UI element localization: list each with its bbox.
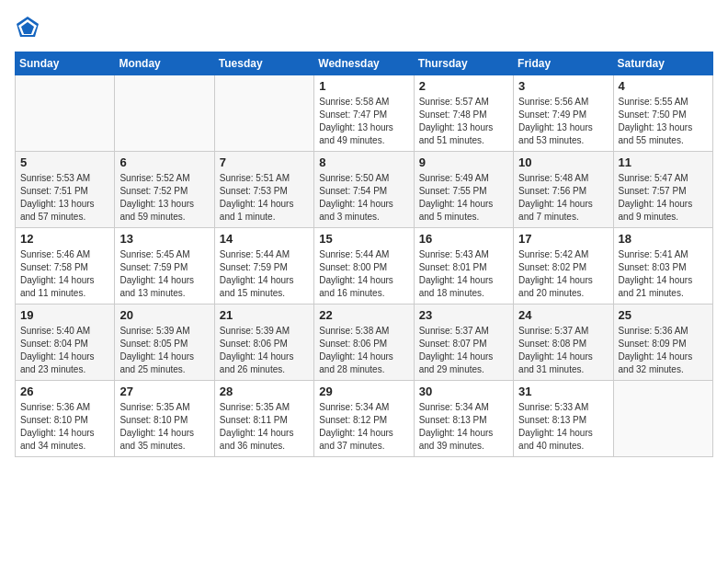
calendar-cell: 28Sunrise: 5:35 AM Sunset: 8:11 PM Dayli… xyxy=(214,381,313,457)
calendar-cell: 29Sunrise: 5:34 AM Sunset: 8:12 PM Dayli… xyxy=(314,381,414,457)
day-number: 30 xyxy=(419,385,508,398)
calendar-week-row: 1Sunrise: 5:58 AM Sunset: 7:47 PM Daylig… xyxy=(16,75,713,152)
day-number: 25 xyxy=(619,308,708,322)
day-number: 7 xyxy=(220,155,309,169)
weekday-header-thursday: Thursday xyxy=(414,52,513,75)
logo-icon xyxy=(15,15,40,40)
calendar-cell: 30Sunrise: 5:34 AM Sunset: 8:13 PM Dayli… xyxy=(414,381,513,457)
day-info: Sunrise: 5:37 AM Sunset: 8:08 PM Dayligh… xyxy=(518,325,608,376)
calendar-cell: 1Sunrise: 5:58 AM Sunset: 7:47 PM Daylig… xyxy=(314,75,414,152)
day-info: Sunrise: 5:46 AM Sunset: 7:58 PM Dayligh… xyxy=(20,248,109,300)
day-info: Sunrise: 5:57 AM Sunset: 7:48 PM Dayligh… xyxy=(419,96,508,147)
day-number: 13 xyxy=(119,232,209,246)
calendar-table: SundayMondayTuesdayWednesdayThursdayFrid… xyxy=(15,52,713,457)
calendar-week-row: 12Sunrise: 5:46 AM Sunset: 7:58 PM Dayli… xyxy=(16,228,713,304)
calendar-cell: 5Sunrise: 5:53 AM Sunset: 7:51 PM Daylig… xyxy=(16,152,115,228)
day-info: Sunrise: 5:41 AM Sunset: 8:03 PM Dayligh… xyxy=(619,248,708,300)
day-number: 8 xyxy=(319,155,408,169)
day-number: 12 xyxy=(20,232,109,246)
logo xyxy=(15,15,42,40)
day-info: Sunrise: 5:58 AM Sunset: 7:47 PM Dayligh… xyxy=(319,96,408,147)
day-number: 4 xyxy=(619,79,708,93)
calendar-cell: 21Sunrise: 5:39 AM Sunset: 8:06 PM Dayli… xyxy=(214,304,313,381)
day-info: Sunrise: 5:44 AM Sunset: 7:59 PM Dayligh… xyxy=(220,248,309,300)
calendar-cell: 27Sunrise: 5:35 AM Sunset: 8:10 PM Dayli… xyxy=(115,381,214,457)
calendar-cell: 4Sunrise: 5:55 AM Sunset: 7:50 PM Daylig… xyxy=(613,75,712,152)
calendar-cell: 10Sunrise: 5:48 AM Sunset: 7:56 PM Dayli… xyxy=(514,152,613,228)
calendar-cell: 6Sunrise: 5:52 AM Sunset: 7:52 PM Daylig… xyxy=(115,152,214,228)
day-info: Sunrise: 5:34 AM Sunset: 8:12 PM Dayligh… xyxy=(319,401,408,453)
calendar-cell xyxy=(613,381,712,457)
calendar-cell: 12Sunrise: 5:46 AM Sunset: 7:58 PM Dayli… xyxy=(16,228,115,304)
day-info: Sunrise: 5:36 AM Sunset: 8:09 PM Dayligh… xyxy=(619,325,708,376)
day-info: Sunrise: 5:38 AM Sunset: 8:06 PM Dayligh… xyxy=(319,325,408,376)
calendar-cell: 13Sunrise: 5:45 AM Sunset: 7:59 PM Dayli… xyxy=(115,228,214,304)
day-info: Sunrise: 5:49 AM Sunset: 7:55 PM Dayligh… xyxy=(419,172,508,224)
day-number: 15 xyxy=(319,232,408,246)
day-info: Sunrise: 5:37 AM Sunset: 8:07 PM Dayligh… xyxy=(419,325,508,376)
calendar-cell xyxy=(115,75,214,152)
day-info: Sunrise: 5:35 AM Sunset: 8:11 PM Dayligh… xyxy=(220,401,309,453)
day-info: Sunrise: 5:47 AM Sunset: 7:57 PM Dayligh… xyxy=(619,172,708,224)
day-number: 10 xyxy=(518,155,608,169)
day-number: 9 xyxy=(419,155,508,169)
calendar-cell: 22Sunrise: 5:38 AM Sunset: 8:06 PM Dayli… xyxy=(314,304,414,381)
calendar-cell: 2Sunrise: 5:57 AM Sunset: 7:48 PM Daylig… xyxy=(414,75,513,152)
day-number: 14 xyxy=(220,232,309,246)
day-number: 17 xyxy=(518,232,608,246)
calendar-week-row: 26Sunrise: 5:36 AM Sunset: 8:10 PM Dayli… xyxy=(16,381,713,457)
day-number: 23 xyxy=(419,308,508,322)
weekday-header-monday: Monday xyxy=(115,52,214,75)
day-info: Sunrise: 5:34 AM Sunset: 8:13 PM Dayligh… xyxy=(419,401,508,453)
day-number: 29 xyxy=(319,385,408,398)
calendar-cell: 16Sunrise: 5:43 AM Sunset: 8:01 PM Dayli… xyxy=(414,228,513,304)
day-info: Sunrise: 5:39 AM Sunset: 8:06 PM Dayligh… xyxy=(220,325,309,376)
calendar-cell: 15Sunrise: 5:44 AM Sunset: 8:00 PM Dayli… xyxy=(314,228,414,304)
calendar-cell: 9Sunrise: 5:49 AM Sunset: 7:55 PM Daylig… xyxy=(414,152,513,228)
day-number: 21 xyxy=(220,308,309,322)
day-info: Sunrise: 5:55 AM Sunset: 7:50 PM Dayligh… xyxy=(619,96,708,147)
day-number: 11 xyxy=(619,155,708,169)
day-info: Sunrise: 5:35 AM Sunset: 8:10 PM Dayligh… xyxy=(119,401,209,453)
day-info: Sunrise: 5:36 AM Sunset: 8:10 PM Dayligh… xyxy=(20,401,109,453)
day-number: 28 xyxy=(220,385,309,398)
calendar-cell xyxy=(16,75,115,152)
calendar-cell: 31Sunrise: 5:33 AM Sunset: 8:13 PM Dayli… xyxy=(514,381,613,457)
day-info: Sunrise: 5:44 AM Sunset: 8:00 PM Dayligh… xyxy=(319,248,408,300)
calendar-cell: 26Sunrise: 5:36 AM Sunset: 8:10 PM Dayli… xyxy=(16,381,115,457)
calendar-cell: 14Sunrise: 5:44 AM Sunset: 7:59 PM Dayli… xyxy=(214,228,313,304)
weekday-header-wednesday: Wednesday xyxy=(314,52,414,75)
day-info: Sunrise: 5:50 AM Sunset: 7:54 PM Dayligh… xyxy=(319,172,408,224)
weekday-header-tuesday: Tuesday xyxy=(214,52,313,75)
day-number: 16 xyxy=(419,232,508,246)
calendar-cell: 25Sunrise: 5:36 AM Sunset: 8:09 PM Dayli… xyxy=(613,304,712,381)
day-number: 6 xyxy=(119,155,209,169)
day-number: 31 xyxy=(518,385,608,398)
day-number: 2 xyxy=(419,79,508,93)
calendar-cell: 24Sunrise: 5:37 AM Sunset: 8:08 PM Dayli… xyxy=(514,304,613,381)
day-info: Sunrise: 5:33 AM Sunset: 8:13 PM Dayligh… xyxy=(518,401,608,453)
calendar-cell: 8Sunrise: 5:50 AM Sunset: 7:54 PM Daylig… xyxy=(314,152,414,228)
weekday-header-friday: Friday xyxy=(514,52,613,75)
weekday-header-row: SundayMondayTuesdayWednesdayThursdayFrid… xyxy=(16,52,713,75)
day-info: Sunrise: 5:40 AM Sunset: 8:04 PM Dayligh… xyxy=(20,325,109,376)
day-number: 26 xyxy=(20,385,109,398)
calendar-cell: 17Sunrise: 5:42 AM Sunset: 8:02 PM Dayli… xyxy=(514,228,613,304)
calendar-cell: 18Sunrise: 5:41 AM Sunset: 8:03 PM Dayli… xyxy=(613,228,712,304)
day-number: 19 xyxy=(20,308,109,322)
day-info: Sunrise: 5:45 AM Sunset: 7:59 PM Dayligh… xyxy=(119,248,209,300)
weekday-header-saturday: Saturday xyxy=(613,52,712,75)
calendar-cell: 3Sunrise: 5:56 AM Sunset: 7:49 PM Daylig… xyxy=(514,75,613,152)
day-number: 22 xyxy=(319,308,408,322)
calendar-cell: 11Sunrise: 5:47 AM Sunset: 7:57 PM Dayli… xyxy=(613,152,712,228)
day-number: 24 xyxy=(518,308,608,322)
calendar-week-row: 19Sunrise: 5:40 AM Sunset: 8:04 PM Dayli… xyxy=(16,304,713,381)
calendar-cell xyxy=(214,75,313,152)
day-number: 1 xyxy=(319,79,408,93)
day-info: Sunrise: 5:43 AM Sunset: 8:01 PM Dayligh… xyxy=(419,248,508,300)
day-number: 3 xyxy=(518,79,608,93)
day-info: Sunrise: 5:56 AM Sunset: 7:49 PM Dayligh… xyxy=(518,96,608,147)
day-info: Sunrise: 5:51 AM Sunset: 7:53 PM Dayligh… xyxy=(220,172,309,224)
page-header xyxy=(15,15,713,40)
day-info: Sunrise: 5:42 AM Sunset: 8:02 PM Dayligh… xyxy=(518,248,608,300)
